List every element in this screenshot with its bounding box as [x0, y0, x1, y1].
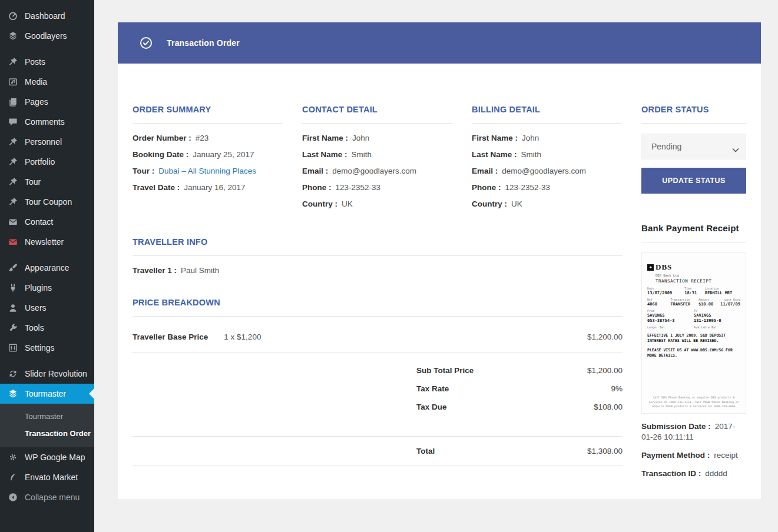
base-price-row: Traveller Base Price 1 x $1,200 $1,200.0… [133, 327, 623, 353]
travel-date-row: Travel Date :January 16, 2017 [133, 183, 283, 192]
first-name-row: First Name :John [472, 134, 622, 143]
sidebar-item-tour-coupon[interactable]: Tour Coupon [0, 192, 94, 212]
leaf-icon [7, 471, 19, 483]
section-heading: ORDER STATUS [641, 105, 746, 124]
tax-rate-row: Tax Rate 9% [133, 384, 623, 393]
sidebar-item-comments[interactable]: Comments [0, 112, 94, 132]
collapse-arrow-icon [7, 491, 19, 503]
sidebar-item-collapse-menu[interactable]: Collapse menu [0, 487, 94, 507]
sidebar-item-pages[interactable]: Pages [0, 92, 94, 112]
sidebar-item-tools[interactable]: Tools [0, 318, 94, 338]
bank-payment-receipt-heading: Bank Payment Receipt [641, 223, 746, 242]
payment-method-row: Payment Method :receipt [641, 450, 746, 461]
user-icon [7, 302, 19, 314]
order-number-row: Order Number :#23 [133, 134, 283, 143]
country-row: Country :UK [472, 200, 622, 209]
pin-icon [7, 136, 19, 148]
sliders-icon [7, 342, 19, 354]
update-status-button[interactable]: UPDATE STATUS [641, 168, 746, 194]
section-contact-detail: CONTACT DETAIL First Name :John Last Nam… [302, 105, 452, 216]
brush-icon [7, 262, 19, 274]
refresh-icon [7, 368, 19, 380]
sidebar-item-users[interactable]: Users [0, 298, 94, 318]
admin-sidebar: Dashboard Goodlayers Posts Media Pages C… [0, 0, 94, 532]
booking-date-row: Booking Date :January 25, 2017 [133, 150, 283, 159]
bank-payment-receipt-block: Bank Payment Receipt ✚ DBS DBS Bank Ltd … [641, 223, 746, 479]
pin-icon [7, 156, 19, 168]
comment-icon [7, 116, 19, 128]
country-row: Country :UK [302, 200, 452, 209]
pin-icon [7, 176, 19, 188]
sidebar-item-posts[interactable]: Posts [0, 52, 94, 72]
last-name-row: Last Name :Smith [472, 150, 622, 159]
wrench-icon [7, 322, 19, 334]
plug-icon [7, 282, 19, 294]
first-name-row: First Name :John [302, 134, 452, 143]
sidebar-item-tourmaster[interactable]: Tourmaster [0, 384, 94, 404]
sidebar-item-media[interactable]: Media [0, 72, 94, 92]
sidebar-item-tour[interactable]: Tour [0, 172, 94, 192]
pin-icon [7, 56, 19, 68]
section-heading: BILLING DETAIL [472, 105, 622, 124]
status-select-wrap: Pending [641, 134, 746, 159]
sidebar-item-plugins[interactable]: Plugins [0, 278, 94, 298]
phone-row: Phone :123-2352-33 [302, 183, 452, 192]
total-amount: $1,308.00 [587, 447, 623, 455]
dbs-logo: ✚ DBS [647, 262, 740, 272]
sidebar-item-settings[interactable]: Settings [0, 338, 94, 358]
pin-icon [7, 196, 19, 208]
transaction-id-row: Transaction ID :ddddd [641, 468, 746, 479]
sidebar-item-dashboard[interactable]: Dashboard [0, 6, 94, 26]
sidebar-item-envato-market[interactable]: Envato Market [0, 467, 94, 487]
sidebar-item-appearance[interactable]: Appearance [0, 258, 94, 278]
sidebar-item-newsletter[interactable]: Newsletter [0, 232, 94, 252]
check-circle-icon [140, 36, 153, 49]
sub-total-row: Sub Total Price $1,200.00 [133, 366, 623, 375]
pages-icon [7, 96, 19, 108]
tour-link[interactable]: Dubai – All Stunning Places [158, 167, 256, 175]
page-title: Transaction Order [167, 38, 240, 48]
sidebar-item-personnel[interactable]: Personnel [0, 132, 94, 152]
sidebar-item-goodlayers[interactable]: Goodlayers [0, 26, 94, 46]
media-icon [7, 76, 19, 88]
section-order-status: ORDER STATUS Pending UPDATE STATUS Bank … [641, 105, 746, 479]
tax-due-row: Tax Due $108.00 [133, 403, 623, 411]
total-row: Total $1,308.00 [133, 437, 623, 466]
submenu-item-transaction-order[interactable]: Transaction Order [0, 425, 94, 442]
phone-row: Phone :123-2352-33 [472, 183, 622, 192]
section-heading: CONTACT DETAIL [302, 105, 452, 124]
sidebar-item-portfolio[interactable]: Portfolio [0, 152, 94, 172]
gear-icon [7, 451, 19, 463]
panel-header: Transaction Order [118, 22, 761, 64]
transaction-order-panel: Transaction Order ORDER SUMMARY Order Nu… [118, 22, 761, 499]
dashboard-icon [7, 10, 19, 22]
sidebar-item-slider-revolution[interactable]: Slider Revolution [0, 364, 94, 384]
panel-body: ORDER SUMMARY Order Number :#23 Booking … [118, 64, 761, 499]
sidebar-item-wp-google-map[interactable]: WP Google Map [0, 447, 94, 467]
status-select[interactable]: Pending [641, 134, 746, 159]
section-billing-detail: BILLING DETAIL First Name :John Last Nam… [472, 105, 622, 216]
sidebar-item-contact[interactable]: Contact [0, 212, 94, 232]
envelope-icon [7, 216, 19, 228]
section-order-summary: ORDER SUMMARY Order Number :#23 Booking … [133, 105, 283, 200]
email-row: Email :demo@goodlayers.com [472, 167, 622, 176]
newsletter-envelope-icon [7, 236, 19, 248]
traveller-row: Traveller 1 :Paul Smith [133, 266, 623, 275]
tourmaster-submenu: Tourmaster Transaction Order [0, 404, 94, 447]
section-heading: PRICE BREAKDOWN [133, 298, 623, 317]
bank-receipt-image[interactable]: ✚ DBS DBS Bank Ltd TRANSACTION RECEIPT D… [641, 252, 746, 414]
submission-date-row: Submission Date :2017-01-26 10:11:11 [641, 421, 746, 443]
email-row: Email :demo@goodlayers.com [302, 167, 452, 176]
layers-icon [7, 30, 19, 42]
layers-icon [7, 388, 19, 400]
section-heading: TRAVELLER INFO [133, 237, 623, 256]
last-name-row: Last Name :Smith [302, 150, 452, 159]
base-price-amount: $1,200.00 [587, 332, 623, 341]
section-traveller-info: TRAVELLER INFO Traveller 1 :Paul Smith [133, 237, 623, 282]
section-heading: ORDER SUMMARY [133, 105, 283, 124]
subtotal-rows: Sub Total Price $1,200.00 Tax Rate 9% Ta… [133, 353, 623, 436]
submenu-item-tourmaster[interactable]: Tourmaster [0, 408, 94, 425]
section-price-breakdown: PRICE BREAKDOWN Traveller Base Price 1 x… [133, 298, 623, 466]
tour-row: Tour :Dubai – All Stunning Places [133, 167, 283, 176]
